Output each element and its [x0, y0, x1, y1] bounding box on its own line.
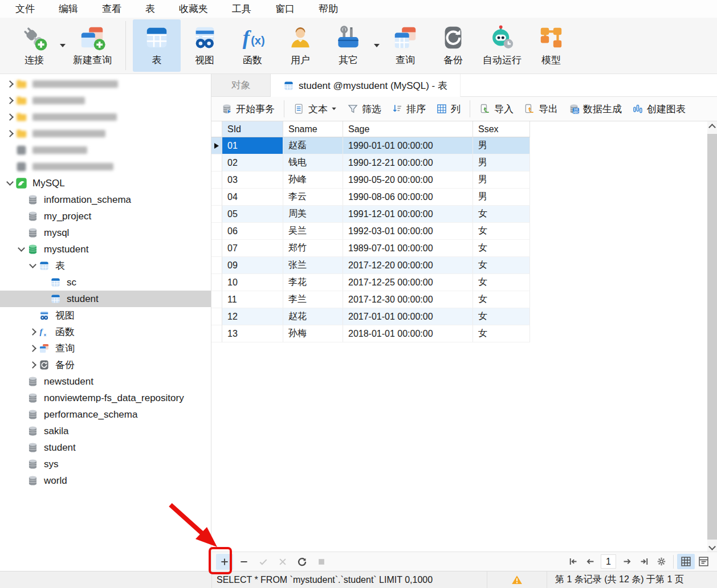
toolbar-button-query[interactable]: 查询	[381, 19, 429, 72]
table-toolbar-create-chart[interactable]: 创建图表	[627, 99, 691, 119]
grid-cell[interactable]: 孙峰	[283, 172, 343, 189]
toolbar-button-automation[interactable]: 自动运行	[477, 19, 527, 72]
chevron-down-icon[interactable]	[5, 178, 15, 189]
table-row[interactable]: 13孙梅2018-01-01 00:00:00女	[211, 325, 530, 342]
tree-item-world[interactable]: world	[0, 472, 211, 489]
grid-cell[interactable]: 赵花	[283, 308, 343, 325]
chevron-right-icon[interactable]	[5, 95, 15, 106]
tree-item-blurred[interactable]	[0, 158, 211, 175]
toolbar-button-new-query[interactable]: 新建查询	[67, 19, 117, 72]
caret-down-icon[interactable]	[332, 108, 336, 111]
tree-item-student[interactable]: student	[0, 291, 211, 307]
tree-item-sakila[interactable]: sakila	[0, 423, 211, 439]
grid-cell[interactable]: 李花	[283, 274, 343, 291]
table-row[interactable]: 12赵花2017-01-01 00:00:00女	[211, 308, 530, 325]
tree-item-student[interactable]: student	[0, 439, 211, 456]
tree-item-函数[interactable]: fx函数	[0, 324, 211, 340]
menu-item-3[interactable]: 查看	[90, 0, 133, 18]
grid-cell[interactable]: 01	[222, 137, 283, 154]
tree-item-performance_schema[interactable]: performance_schema	[0, 406, 211, 423]
grid-cell[interactable]: 女	[473, 240, 530, 257]
grid-cell[interactable]: 钱电	[283, 154, 343, 172]
grid-cell[interactable]: 12	[222, 308, 283, 325]
table-row[interactable]: 06吴兰1992-03-01 00:00:00女	[211, 223, 530, 240]
table-row[interactable]: 01赵磊1990-01-01 00:00:00男	[211, 137, 530, 154]
vertical-scrollbar[interactable]	[707, 121, 717, 553]
page-number-input[interactable]: 1	[601, 554, 616, 569]
grid-cell[interactable]: 男	[473, 189, 530, 206]
tree-item-mystudent[interactable]: mystudent	[0, 241, 211, 258]
next-page-button[interactable]	[618, 554, 635, 570]
grid-cell[interactable]: 03	[222, 172, 283, 189]
menu-item-1[interactable]: 文件	[3, 0, 47, 18]
grid-cell[interactable]: 女	[473, 308, 530, 325]
table-row[interactable]: 11李兰2017-12-30 00:00:00女	[211, 291, 530, 308]
row-gutter[interactable]	[211, 223, 222, 240]
delete-record-button[interactable]	[235, 554, 252, 570]
toolbar-button-connection[interactable]: 连接	[10, 19, 58, 72]
grid-cell[interactable]: 07	[222, 240, 283, 257]
menu-item-4[interactable]: 表	[133, 0, 167, 18]
column-header-Sage[interactable]: Sage	[343, 121, 473, 137]
toolbar-button-model[interactable]: 模型	[527, 19, 575, 72]
grid-cell[interactable]: 1991-12-01 00:00:00	[343, 206, 473, 223]
grid-cell[interactable]: 郑竹	[283, 240, 343, 257]
table-toolbar-columns[interactable]: 列	[431, 99, 466, 119]
column-header-Ssex[interactable]: Ssex	[473, 121, 530, 137]
toolbar-button-function[interactable]: f(x)函数	[229, 19, 276, 72]
table-toolbar-begin-transaction[interactable]: 开始事务	[216, 99, 280, 119]
grid-cell[interactable]: 1990-12-21 00:00:00	[343, 154, 473, 172]
tab-objects[interactable]: 对象	[211, 74, 271, 96]
tree-item-sys[interactable]: sys	[0, 456, 211, 472]
grid-cell[interactable]: 赵磊	[283, 137, 343, 154]
refresh-button[interactable]	[294, 554, 311, 570]
grid-cell[interactable]: 2017-12-20 00:00:00	[343, 257, 473, 274]
grid-cell[interactable]: 04	[222, 189, 283, 206]
tree-item-视图[interactable]: 视图	[0, 307, 211, 324]
grid-cell[interactable]: 女	[473, 325, 530, 342]
row-gutter[interactable]	[211, 274, 222, 291]
toolbar-dropdown-connection[interactable]	[58, 19, 67, 72]
grid-cell[interactable]: 女	[473, 291, 530, 308]
tree-item-mysql[interactable]: mysql	[0, 224, 211, 241]
table-toolbar-text-doc[interactable]: 文本	[288, 99, 342, 119]
grid-cell[interactable]: 11	[222, 291, 283, 308]
menu-item-5[interactable]: 收藏夹	[167, 0, 220, 18]
chevron-down-icon[interactable]	[16, 244, 27, 255]
grid-cell[interactable]: 02	[222, 154, 283, 172]
tree-item-my_project[interactable]: my_project	[0, 208, 211, 224]
table-toolbar-data-generation[interactable]: 101ABC数据生成	[563, 99, 627, 119]
chevron-right-icon[interactable]	[27, 326, 38, 337]
table-row[interactable]: 10李花2017-12-25 00:00:00女	[211, 274, 530, 291]
row-gutter[interactable]	[211, 137, 222, 154]
row-gutter[interactable]	[211, 240, 222, 257]
chevron-right-icon[interactable]	[27, 360, 38, 370]
toolbar-button-view[interactable]: 视图	[181, 19, 229, 72]
table-toolbar-filter[interactable]: 筛选	[342, 99, 386, 119]
row-gutter[interactable]	[211, 257, 222, 274]
tree-item-查询[interactable]: 查询	[0, 340, 211, 357]
table-row[interactable]: 02钱电1990-12-21 00:00:00男	[211, 154, 530, 172]
grid-cell[interactable]: 1992-03-01 00:00:00	[343, 223, 473, 240]
menu-item-6[interactable]: 工具	[220, 0, 263, 18]
grid-cell[interactable]: 13	[222, 325, 283, 342]
tree-item-blurred[interactable]	[0, 125, 211, 142]
grid-cell[interactable]: 2017-12-25 00:00:00	[343, 274, 473, 291]
grid-cell[interactable]: 吴兰	[283, 223, 343, 240]
row-gutter[interactable]	[211, 154, 222, 172]
previous-page-button[interactable]	[581, 554, 598, 570]
toolbar-button-table[interactable]: 表	[133, 19, 181, 72]
grid-view-button[interactable]	[677, 554, 695, 569]
tab-active[interactable]: student @mystudent (MySQL) - 表	[271, 74, 461, 97]
menu-item-2[interactable]: 编辑	[47, 0, 90, 18]
row-gutter[interactable]	[211, 291, 222, 308]
first-page-button[interactable]	[564, 554, 581, 570]
grid-cell[interactable]: 女	[473, 223, 530, 240]
grid-cell[interactable]: 2017-12-30 00:00:00	[343, 291, 473, 308]
grid-cell[interactable]: 女	[473, 206, 530, 223]
grid-cell[interactable]: 男	[473, 154, 530, 172]
grid-cell[interactable]: 1989-07-01 00:00:00	[343, 240, 473, 257]
table-toolbar-sort[interactable]: 排序	[386, 99, 431, 119]
table-row[interactable]: 03孙峰1990-05-20 00:00:00男	[211, 172, 530, 189]
grid-cell[interactable]: 周美	[283, 206, 343, 223]
